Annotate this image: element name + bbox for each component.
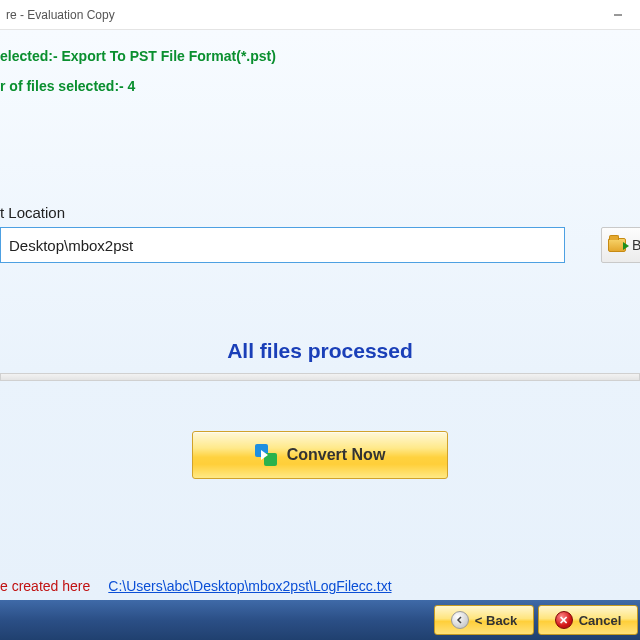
- log-file-link[interactable]: C:\Users\abc\Desktop\mbox2pst\LogFilecc.…: [108, 578, 391, 594]
- output-path-row: B: [0, 227, 640, 263]
- convert-now-label: Convert Now: [287, 446, 386, 464]
- minimize-button[interactable]: [595, 0, 640, 30]
- titlebar: re - Evaluation Copy: [0, 0, 640, 30]
- format-selected-text: elected:- Export To PST File Format(*.ps…: [0, 48, 640, 64]
- log-label: e created here: [0, 578, 90, 594]
- folder-icon: [608, 238, 626, 252]
- convert-now-button[interactable]: Convert Now: [192, 431, 448, 479]
- output-location-label: t Location: [0, 204, 640, 221]
- progress-status-text: All files processed: [0, 339, 640, 363]
- progress-bar: [0, 373, 640, 381]
- progress-area: All files processed: [0, 339, 640, 381]
- browse-button[interactable]: B: [601, 227, 640, 263]
- back-label: < Back: [475, 613, 517, 628]
- back-button[interactable]: < Back: [434, 605, 534, 635]
- log-row: e created here C:\Users\abc\Desktop\mbox…: [0, 578, 640, 594]
- browse-label: B: [632, 237, 640, 253]
- cancel-button[interactable]: ✕ Cancel: [538, 605, 638, 635]
- app-window: re - Evaluation Copy elected:- Export To…: [0, 0, 640, 640]
- window-title: re - Evaluation Copy: [6, 8, 595, 22]
- convert-area: Convert Now: [0, 431, 640, 479]
- cancel-label: Cancel: [579, 613, 622, 628]
- cancel-icon: ✕: [555, 611, 573, 629]
- convert-icon: [255, 444, 277, 466]
- output-path-input[interactable]: [0, 227, 565, 263]
- file-count-text: r of files selected:- 4: [0, 78, 640, 94]
- back-arrow-icon: [451, 611, 469, 629]
- client-area: elected:- Export To PST File Format(*.ps…: [0, 30, 640, 600]
- wizard-nav-bar: < Back ✕ Cancel: [0, 600, 640, 640]
